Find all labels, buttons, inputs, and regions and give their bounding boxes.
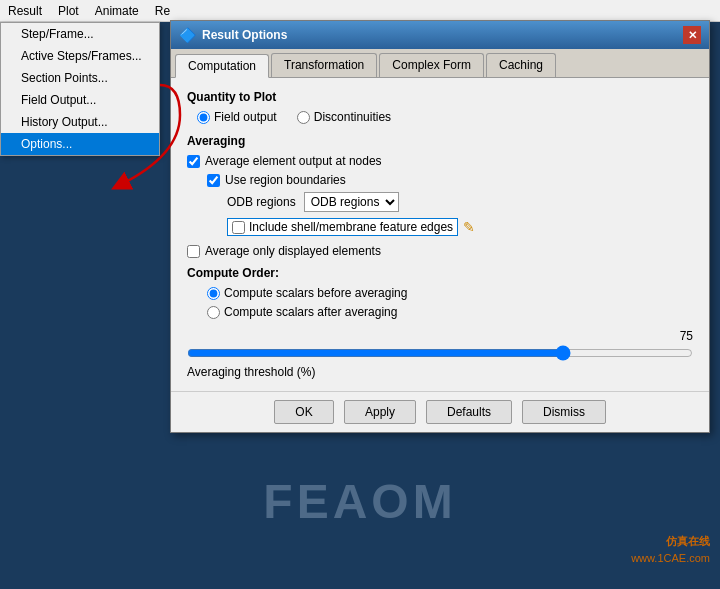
- avg-displayed-row: Average only displayed elements: [187, 244, 693, 258]
- tab-computation[interactable]: Computation: [175, 54, 269, 78]
- menu-plot[interactable]: Plot: [50, 2, 87, 20]
- dialog-close-button[interactable]: ✕: [683, 26, 701, 44]
- menu-result[interactable]: Result: [0, 2, 50, 20]
- discontinuities-radio[interactable]: [297, 111, 310, 124]
- menu-history-output[interactable]: History Output...: [1, 111, 159, 133]
- use-region-row: Use region boundaries: [187, 173, 693, 187]
- use-region-checkbox[interactable]: [207, 174, 220, 187]
- compute-order-title: Compute Order:: [187, 266, 693, 280]
- background-text: FEAOM: [263, 474, 456, 529]
- watermark-url: www.1CAE.com: [631, 552, 710, 564]
- dialog-titlebar: 🔷 Result Options ✕: [171, 21, 709, 49]
- averaging-title: Averaging: [187, 134, 693, 148]
- slider-value-display: 75: [187, 329, 693, 343]
- dialog-icon: 🔷: [179, 27, 196, 43]
- quantity-plot-title: Quantity to Plot: [187, 90, 693, 104]
- dialog-title: Result Options: [202, 28, 287, 42]
- menu-active-steps[interactable]: Active Steps/Frames...: [1, 45, 159, 67]
- discontinuities-option[interactable]: Discontinuities: [297, 110, 391, 124]
- avg-element-row: Average element output at nodes: [187, 154, 693, 168]
- result-options-dialog: 🔷 Result Options ✕ Computation Transform…: [170, 20, 710, 433]
- tab-caching[interactable]: Caching: [486, 53, 556, 77]
- compute-order-group: Compute scalars before averaging Compute…: [187, 286, 693, 319]
- menu-section-points[interactable]: Section Points...: [1, 67, 159, 89]
- apply-button[interactable]: Apply: [344, 400, 416, 424]
- avg-displayed-label: Average only displayed elements: [205, 244, 381, 258]
- feature-edges-row: Include shell/membrane feature edges ✎: [187, 218, 693, 236]
- menu-step-frame[interactable]: Step/Frame...: [1, 23, 159, 45]
- watermark-chinese: 仿真在线: [666, 534, 710, 549]
- avg-element-checkbox[interactable]: [187, 155, 200, 168]
- compute-before-label: Compute scalars before averaging: [224, 286, 407, 300]
- use-region-label: Use region boundaries: [225, 173, 346, 187]
- averaging-threshold-slider[interactable]: [187, 345, 693, 361]
- discontinuities-label: Discontinuities: [314, 110, 391, 124]
- compute-after-label: Compute scalars after averaging: [224, 305, 397, 319]
- compute-after-option[interactable]: Compute scalars after averaging: [207, 305, 397, 319]
- field-output-label: Field output: [214, 110, 277, 124]
- avg-element-label: Average element output at nodes: [205, 154, 382, 168]
- tab-transformation[interactable]: Transformation: [271, 53, 377, 77]
- compute-before-option[interactable]: Compute scalars before averaging: [207, 286, 407, 300]
- threshold-label: Averaging threshold (%): [187, 365, 693, 379]
- odb-regions-label: ODB regions: [227, 195, 296, 209]
- tab-complex-form[interactable]: Complex Form: [379, 53, 484, 77]
- field-output-option[interactable]: Field output: [197, 110, 277, 124]
- menu-options[interactable]: Options...: [1, 133, 159, 155]
- averaging-section: Averaging Average element output at node…: [187, 134, 693, 258]
- result-dropdown-menu: Step/Frame... Active Steps/Frames... Sec…: [0, 22, 160, 156]
- dialog-buttons: OK Apply Defaults Dismiss: [171, 391, 709, 432]
- edit-icon[interactable]: ✎: [463, 219, 475, 235]
- dialog-tabs: Computation Transformation Complex Form …: [171, 49, 709, 78]
- odb-regions-row: ODB regions ODB regions: [187, 192, 693, 212]
- avg-displayed-checkbox[interactable]: [187, 245, 200, 258]
- menu-re[interactable]: Re: [147, 2, 178, 20]
- feature-edges-label: Include shell/membrane feature edges: [249, 220, 453, 234]
- feature-edges-box: Include shell/membrane feature edges: [227, 218, 458, 236]
- slider-section: 75 Averaging threshold (%): [187, 329, 693, 379]
- quantity-plot-group: Field output Discontinuities: [187, 110, 693, 124]
- feature-edges-checkbox[interactable]: [232, 221, 245, 234]
- compute-before-radio[interactable]: [207, 287, 220, 300]
- menu-bar: Result Plot Animate Re: [0, 0, 720, 22]
- compute-after-radio[interactable]: [207, 306, 220, 319]
- menu-animate[interactable]: Animate: [87, 2, 147, 20]
- compute-order-section: Compute Order: Compute scalars before av…: [187, 266, 693, 379]
- dismiss-button[interactable]: Dismiss: [522, 400, 606, 424]
- dialog-content: Quantity to Plot Field output Discontinu…: [171, 78, 709, 391]
- odb-regions-select[interactable]: ODB regions: [304, 192, 399, 212]
- ok-button[interactable]: OK: [274, 400, 334, 424]
- defaults-button[interactable]: Defaults: [426, 400, 512, 424]
- field-output-radio[interactable]: [197, 111, 210, 124]
- menu-field-output[interactable]: Field Output...: [1, 89, 159, 111]
